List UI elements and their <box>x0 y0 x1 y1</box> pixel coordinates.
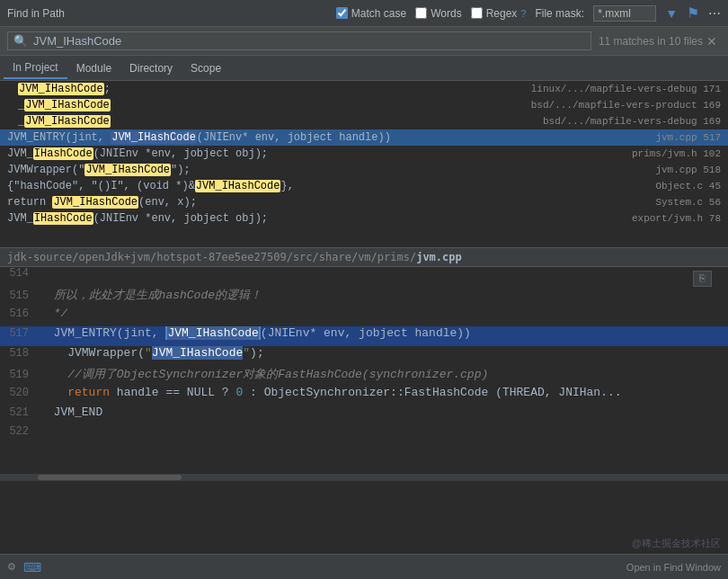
preview-path-text: jdk-source/openJdk+jvm/hotspot-87ee5ee27… <box>7 251 462 263</box>
code-line: 518 JVMWrapper("JVM_IHashCode"); <box>0 346 728 366</box>
code-preview: 514 515 所以，此处才是生成hashCode的逻辑！ 516 */ 517… <box>0 267 728 481</box>
result-text: JVM_IHashCode(JNIEnv *env, jobject obj); <box>7 147 625 160</box>
tab-scope[interactable]: Scope <box>182 58 230 78</box>
tab-module[interactable]: Module <box>67 58 120 78</box>
scrollbar-thumb[interactable] <box>38 475 182 480</box>
find-header: Find in Path Match case Words Regex ? Fi… <box>0 0 728 27</box>
match-highlight: JVM_IHashCode <box>165 326 260 340</box>
match-highlight: JVM_IHashCode <box>111 131 197 144</box>
search-input[interactable] <box>33 34 585 48</box>
match-case-label: Match case <box>351 7 406 20</box>
words-checkbox[interactable] <box>415 7 427 19</box>
words-option[interactable]: Words <box>415 7 461 20</box>
results-list[interactable]: JVM_IHashCode; linux/.../mapfile-vers-de… <box>0 81 728 247</box>
result-file: bsd/.../mapfile-vers-debug 169 <box>543 116 721 127</box>
match-highlight: JVM_IHashCode <box>52 196 138 209</box>
bottom-left: ⚙ ⌨ <box>7 560 41 575</box>
code-line: 516 */ <box>0 307 728 326</box>
match-case-option[interactable]: Match case <box>336 7 406 20</box>
match-case-checkbox[interactable] <box>336 7 348 19</box>
result-text: return JVM_IHashCode(env, x); <box>7 196 648 209</box>
line-content: 所以，此处才是生成hashCode的逻辑！ <box>40 287 262 303</box>
regex-option[interactable]: Regex ? <box>471 7 527 20</box>
bottom-bar: ⚙ ⌨ Open in Find Window <box>0 554 728 579</box>
line-number: 517 <box>0 327 40 340</box>
code-line: 514 <box>0 267 728 287</box>
table-row[interactable]: return JVM_IHashCode(env, x); System.c 5… <box>0 194 728 210</box>
line-number: 514 <box>0 267 40 280</box>
match-highlight: JVM_IHashCode <box>195 180 281 192</box>
line-content: //调用了ObjectSynchronizer对象的FastHashCode(s… <box>40 366 488 382</box>
find-title: Find in Path <box>7 7 65 20</box>
search-input-wrapper: 🔍 <box>7 31 591 50</box>
match-highlight: IHashCode <box>33 212 93 225</box>
code-line: 520 return handle == NULL ? 0 : ObjectSy… <box>0 386 728 405</box>
words-label: Words <box>431 7 461 20</box>
result-file: export/jvm.h 78 <box>632 213 721 224</box>
result-file: jvm.cpp 517 <box>655 132 721 143</box>
line-number: 522 <box>0 425 40 438</box>
search-icon: 🔍 <box>13 34 28 48</box>
result-text: _JVM_IHashCode <box>18 115 536 128</box>
regex-checkbox[interactable] <box>471 7 483 19</box>
watermark: @稀土掘金技术社区 <box>632 537 721 550</box>
line-number: 520 <box>0 387 40 399</box>
table-row[interactable]: JVMWrapper("JVM_IHashCode"); jvm.cpp 518 <box>0 162 728 178</box>
code-lines: 514 515 所以，此处才是生成hashCode的逻辑！ 516 */ 517… <box>0 267 728 474</box>
code-line: 515 所以，此处才是生成hashCode的逻辑！ <box>0 287 728 307</box>
preview-path: jdk-source/openJdk+jvm/hotspot-87ee5ee27… <box>0 247 728 267</box>
filemask-label: File mask: <box>535 7 584 20</box>
match-count: 11 matches in 10 files <box>599 35 703 48</box>
regex-help-icon[interactable]: ? <box>520 8 526 19</box>
filter-icon[interactable]: ▼ <box>665 6 678 21</box>
table-row[interactable]: _JVM_IHashCode bsd/.../mapfile-vers-debu… <box>0 113 728 129</box>
line-content: JVMWrapper("JVM_IHashCode"); <box>40 346 264 360</box>
result-file: System.c 56 <box>655 197 721 208</box>
open-in-find-window-button[interactable]: Open in Find Window <box>626 562 721 573</box>
table-row[interactable]: JVM_IHashCode(JNIEnv *env, jobject obj);… <box>0 146 728 162</box>
line-number: 518 <box>0 347 40 360</box>
result-file: jvm.cpp 518 <box>655 165 721 175</box>
result-text: JVM_IHashCode; <box>18 83 524 95</box>
code-line: 519 //调用了ObjectSynchronizer对象的FastHashCo… <box>0 366 728 386</box>
regex-label: Regex <box>486 7 518 20</box>
line-content: JVM_END <box>40 405 102 419</box>
result-text: _JVM_IHashCode <box>18 99 524 111</box>
code-line: 517 JVM_ENTRY(jint, JVM_IHashCode(JNIEnv… <box>0 326 728 346</box>
code-line: 522 <box>0 425 728 445</box>
line-content: JVM_ENTRY(jint, JVM_IHashCode(JNIEnv* en… <box>40 326 471 340</box>
keyboard-icon: ⌨ <box>23 560 41 575</box>
line-number: 516 <box>0 307 40 320</box>
line-number: 519 <box>0 369 40 381</box>
result-text: JVMWrapper("JVM_IHashCode"); <box>7 164 648 176</box>
table-row[interactable]: _JVM_IHashCode bsd/.../mapfile-vers-prod… <box>0 97 728 113</box>
table-row[interactable]: JVM_IHashCode(JNIEnv *env, jobject obj);… <box>0 210 728 227</box>
result-file: linux/.../mapfile-vers-debug 171 <box>531 84 721 94</box>
funnel-icon[interactable]: ⚑ <box>687 4 699 22</box>
copy-button[interactable]: ⎘ <box>693 271 712 287</box>
result-text: JVM_IHashCode(JNIEnv *env, jobject obj); <box>7 212 625 225</box>
clear-search-button[interactable]: ✕ <box>703 34 721 49</box>
gear-icon[interactable]: ⚙ <box>7 561 16 573</box>
table-row[interactable]: JVM_ENTRY(jint, JVM_IHashCode(JNIEnv* en… <box>0 129 728 146</box>
result-file: prims/jvm.h 102 <box>632 148 721 159</box>
find-options: Match case Words Regex ? File mask: ▼ ⚑ … <box>336 4 721 22</box>
tab-directory[interactable]: Directory <box>120 58 182 78</box>
line-number: 521 <box>0 406 40 419</box>
result-file: Object.c 45 <box>655 181 721 192</box>
match-highlight: JVM_IHashCode <box>18 83 104 95</box>
match-highlight: JVM_IHashCode <box>24 115 111 128</box>
table-row[interactable]: {"hashCode", "()I", (void *)&JVM_IHashCo… <box>0 178 728 194</box>
result-file: bsd/.../mapfile-vers-product 169 <box>531 100 721 111</box>
line-content: */ <box>40 307 67 320</box>
settings-icon[interactable]: ⋯ <box>708 6 721 21</box>
match-highlight: JVM_IHashCode <box>84 164 171 176</box>
line-content: return handle == NULL ? 0 : ObjectSynchr… <box>40 386 622 399</box>
match-highlight: JVM_IHashCode <box>24 99 111 111</box>
result-text: {"hashCode", "()I", (void *)&JVM_IHashCo… <box>7 180 648 192</box>
filemask-input[interactable] <box>593 5 656 22</box>
horizontal-scrollbar[interactable] <box>0 474 728 481</box>
table-row[interactable]: JVM_IHashCode; linux/.../mapfile-vers-de… <box>0 81 728 97</box>
tab-in-project[interactable]: In Project <box>4 58 67 79</box>
code-line: 521 JVM_END <box>0 405 728 425</box>
